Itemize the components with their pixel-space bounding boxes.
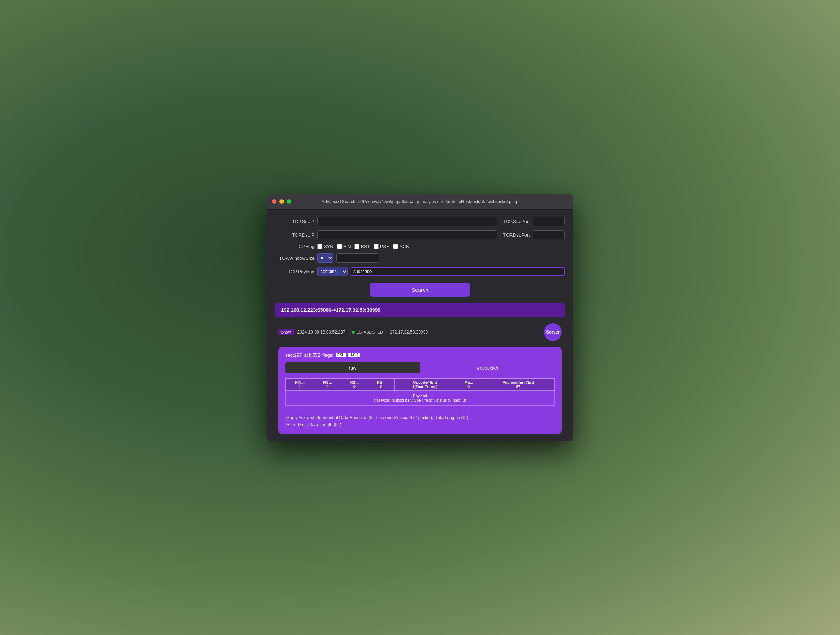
server-badge: Server [544,323,562,341]
status-label: ESTABLISHED [356,330,383,334]
packet-info-row: Show 2024-10-08 18:00:52.287 ESTABLISHED… [278,321,562,344]
payload-label: Payload [287,394,553,398]
ack-value: ack:552 [304,352,320,358]
seq-value: seq:297 [285,352,302,358]
show-button[interactable]: Show [278,329,294,335]
col-opcode: Opcode(4bit)1(Text Frame) [395,379,455,390]
tab-raw[interactable]: raw [285,362,420,373]
tcp-src-port-input[interactable] [532,216,565,226]
col-fin: FIN...1 [286,379,314,390]
window-size-input[interactable] [336,253,379,263]
tcp-dst-ip-input[interactable] [317,230,497,240]
col-rs1: RS...0 [314,379,341,390]
divider [285,410,555,410]
close-button[interactable] [272,199,276,204]
websocket-table: FIN...1 RS...0 RS...0 RS...0 Opcode(4bit… [285,378,555,390]
payload-operator-select[interactable]: contains equals starts with ends with [317,267,348,276]
note-2: [Send Data, Data Length (59)] [285,422,555,428]
status-dot [352,331,355,333]
tcp-dst-port-input[interactable] [532,230,565,240]
titlebar: Advanced Search -> /Users/wjy/cxwl/gopat… [267,194,573,210]
flag-psh-item[interactable]: PSH [374,244,390,249]
tcp-dst-ip-row: TCP.Dst.IP TCP.Dst.Port [275,230,565,240]
notes-section: [Reply Acknowledgement of Data Received … [285,414,555,428]
packet-address: 172.17.32.53:39999 [390,330,540,335]
tcp-payload-row: TCP.Payload contains equals starts with … [275,267,565,276]
flag-fin-item[interactable]: FIN [337,244,351,249]
window-size-operator-select[interactable]: = > < >= <= [317,253,333,263]
col-payload-len: Payload len(7bit)57 [482,379,554,390]
flag-rst-item[interactable]: RST [354,244,370,249]
tcp-src-ip-input[interactable] [317,216,497,226]
flag-ack-checkbox[interactable] [393,244,398,249]
flag-psh-checkbox[interactable] [374,244,379,249]
ack-flag-badge: ACK [348,353,360,357]
tcp-flag-label: TCP.Flag [275,244,314,249]
maximize-button[interactable] [287,199,291,204]
tcp-dst-port-label: TCP.Dst.Port [503,232,530,238]
search-button[interactable]: Search [370,283,470,297]
window-size-group: = > < >= <= [317,253,379,263]
flag-syn-checkbox[interactable] [317,244,322,249]
main-window: Advanced Search -> /Users/wjy/cxwl/gopat… [267,194,573,441]
packet-card: seq:297 ack:552 flags: PSH ACK raw webso… [278,347,562,434]
tab-websocket[interactable]: websocket [420,362,555,373]
flag-rst-label: RST [361,244,370,249]
flag-psh-label: PSH [380,244,390,249]
col-rs3: RS...0 [368,379,395,390]
tcp-dst-ip-label: TCP.Dst.IP [275,232,314,238]
flags-label: flags: [322,352,333,358]
payload-section: Payload {"service":"subscribe","type":"r… [285,390,555,406]
col-mask: Ma...0 [455,379,482,390]
col-rs2: RS...0 [341,379,368,390]
tcp-payload-label: TCP.Payload [275,269,314,274]
tcp-src-ip-label: TCP.Src.IP [275,219,314,224]
flags-group: SYN FIN RST PSH ACK [317,244,409,249]
seq-line: seq:297 ack:552 flags: PSH ACK [285,352,555,358]
packet-timestamp: 2024-10-08 18:00:52.287 [297,330,346,335]
window-title: Advanced Search -> /Users/wjy/cxwl/gopat… [322,199,518,204]
view-tabs: raw websocket [285,362,555,373]
tcp-window-size-row: TCP.WindowSize = > < >= <= [275,253,565,263]
flag-ack-item[interactable]: ACK [393,244,409,249]
flag-syn-item[interactable]: SYN [317,244,333,249]
result-header-text: 192.168.12.223:65006->172.17.32.53:39999 [281,307,381,313]
tcp-src-ip-row: TCP.Src.IP TCP.Src.Port [275,216,565,226]
note-1: [Reply Acknowledgement of Data Received … [285,414,555,421]
flag-syn-label: SYN [324,244,333,249]
result-body: Show 2024-10-08 18:00:52.287 ESTABLISHED… [275,321,565,434]
tcp-src-port-label: TCP.Src.Port [503,219,530,224]
result-header: 192.168.12.223:65006->172.17.32.53:39999 [275,303,565,317]
flag-ack-label: ACK [399,244,409,249]
status-badge: ESTABLISHED [349,329,386,335]
tcp-flag-row: TCP.Flag SYN FIN RST PSH [275,244,565,249]
payload-input[interactable] [351,267,565,276]
traffic-lights [272,199,291,204]
tcp-window-size-label: TCP.WindowSize [275,256,314,261]
flag-rst-checkbox[interactable] [354,244,360,249]
flag-fin-checkbox[interactable] [337,244,342,249]
psh-flag-badge: PSH [336,353,347,357]
minimize-button[interactable] [279,199,284,204]
flag-fin-label: FIN [343,244,351,249]
payload-value: {"service":"subscribe","type":"resp","st… [287,398,553,402]
content-area: TCP.Src.IP TCP.Src.Port TCP.Dst.IP TCP.D… [267,210,573,441]
